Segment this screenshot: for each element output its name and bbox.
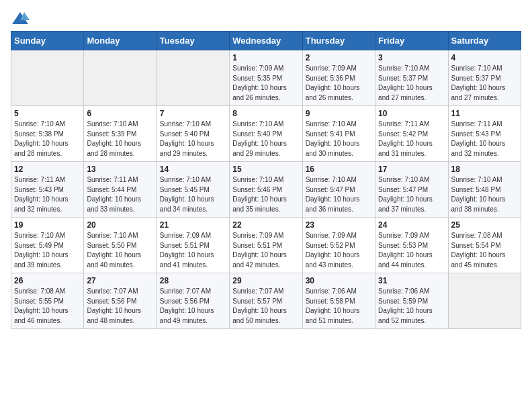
day-detail: Sunrise: 7:09 AMSunset: 5:35 PMDaylight:… bbox=[232, 64, 299, 103]
day-number: 23 bbox=[306, 220, 372, 230]
header-day-wednesday: Wednesday bbox=[230, 32, 302, 50]
day-number: 8 bbox=[232, 109, 299, 118]
calendar-cell: 17Sunrise: 7:10 AMSunset: 5:47 PMDayligh… bbox=[375, 162, 448, 218]
calendar-cell: 8Sunrise: 7:10 AMSunset: 5:40 PMDaylight… bbox=[230, 106, 302, 162]
calendar-cell: 31Sunrise: 7:06 AMSunset: 5:59 PMDayligh… bbox=[375, 273, 448, 329]
day-detail: Sunrise: 7:10 AMSunset: 5:37 PMDaylight:… bbox=[451, 64, 518, 103]
day-number: 30 bbox=[306, 276, 372, 285]
calendar-cell: 22Sunrise: 7:09 AMSunset: 5:51 PMDayligh… bbox=[230, 218, 302, 273]
day-number: 13 bbox=[87, 165, 153, 174]
calendar-cell: 20Sunrise: 7:10 AMSunset: 5:50 PMDayligh… bbox=[84, 218, 157, 273]
calendar-cell: 3Sunrise: 7:10 AMSunset: 5:37 PMDaylight… bbox=[375, 50, 448, 106]
day-number: 5 bbox=[14, 109, 81, 118]
calendar-week-1: 1Sunrise: 7:09 AMSunset: 5:35 PMDaylight… bbox=[11, 50, 521, 106]
calendar-cell: 12Sunrise: 7:11 AMSunset: 5:43 PMDayligh… bbox=[11, 162, 84, 218]
calendar-cell bbox=[157, 50, 229, 106]
day-number: 21 bbox=[160, 220, 226, 230]
day-detail: Sunrise: 7:11 AMSunset: 5:43 PMDaylight:… bbox=[14, 175, 81, 214]
day-detail: Sunrise: 7:11 AMSunset: 5:44 PMDaylight:… bbox=[87, 175, 153, 214]
day-detail: Sunrise: 7:10 AMSunset: 5:38 PMDaylight:… bbox=[14, 120, 81, 158]
calendar-week-2: 5Sunrise: 7:10 AMSunset: 5:38 PMDaylight… bbox=[11, 106, 521, 162]
calendar-cell: 16Sunrise: 7:10 AMSunset: 5:47 PMDayligh… bbox=[302, 162, 375, 218]
calendar-cell: 10Sunrise: 7:11 AMSunset: 5:42 PMDayligh… bbox=[375, 106, 448, 162]
day-number: 12 bbox=[14, 165, 81, 174]
day-number: 19 bbox=[14, 220, 81, 230]
day-number: 17 bbox=[378, 165, 445, 174]
day-number: 3 bbox=[378, 53, 445, 62]
day-detail: Sunrise: 7:08 AMSunset: 5:55 PMDaylight:… bbox=[14, 287, 81, 326]
header-day-monday: Monday bbox=[84, 32, 157, 50]
calendar-week-3: 12Sunrise: 7:11 AMSunset: 5:43 PMDayligh… bbox=[11, 162, 521, 218]
calendar-cell: 7Sunrise: 7:10 AMSunset: 5:40 PMDaylight… bbox=[157, 106, 229, 162]
calendar-cell bbox=[448, 273, 521, 329]
day-detail: Sunrise: 7:07 AMSunset: 5:56 PMDaylight:… bbox=[87, 287, 153, 326]
day-detail: Sunrise: 7:10 AMSunset: 5:39 PMDaylight:… bbox=[87, 120, 153, 158]
day-detail: Sunrise: 7:09 AMSunset: 5:51 PMDaylight:… bbox=[232, 231, 299, 270]
logo bbox=[11, 11, 32, 26]
calendar-cell: 29Sunrise: 7:07 AMSunset: 5:57 PMDayligh… bbox=[230, 273, 302, 329]
calendar-week-5: 26Sunrise: 7:08 AMSunset: 5:55 PMDayligh… bbox=[11, 273, 521, 329]
day-number: 15 bbox=[232, 165, 299, 174]
day-number: 10 bbox=[378, 109, 445, 118]
day-detail: Sunrise: 7:10 AMSunset: 5:40 PMDaylight:… bbox=[232, 120, 299, 158]
calendar-cell: 26Sunrise: 7:08 AMSunset: 5:55 PMDayligh… bbox=[11, 273, 84, 329]
day-number: 4 bbox=[451, 53, 518, 62]
day-number: 26 bbox=[14, 276, 81, 285]
day-number: 16 bbox=[306, 165, 372, 174]
day-detail: Sunrise: 7:10 AMSunset: 5:49 PMDaylight:… bbox=[14, 231, 81, 270]
day-detail: Sunrise: 7:10 AMSunset: 5:37 PMDaylight:… bbox=[378, 64, 445, 103]
calendar-cell: 6Sunrise: 7:10 AMSunset: 5:39 PMDaylight… bbox=[84, 106, 157, 162]
day-number: 14 bbox=[160, 165, 226, 174]
day-detail: Sunrise: 7:10 AMSunset: 5:40 PMDaylight:… bbox=[160, 120, 226, 158]
calendar-cell: 23Sunrise: 7:09 AMSunset: 5:52 PMDayligh… bbox=[302, 218, 375, 273]
header-day-thursday: Thursday bbox=[302, 32, 375, 50]
calendar-cell: 2Sunrise: 7:09 AMSunset: 5:36 PMDaylight… bbox=[302, 50, 375, 106]
day-number: 28 bbox=[160, 276, 226, 285]
logo-icon bbox=[11, 11, 30, 26]
calendar-cell: 24Sunrise: 7:09 AMSunset: 5:53 PMDayligh… bbox=[375, 218, 448, 273]
calendar-cell: 9Sunrise: 7:10 AMSunset: 5:41 PMDaylight… bbox=[302, 106, 375, 162]
calendar-cell: 4Sunrise: 7:10 AMSunset: 5:37 PMDaylight… bbox=[448, 50, 521, 106]
header bbox=[11, 11, 521, 26]
day-number: 24 bbox=[378, 220, 445, 230]
day-detail: Sunrise: 7:09 AMSunset: 5:36 PMDaylight:… bbox=[306, 64, 372, 103]
calendar-cell: 15Sunrise: 7:10 AMSunset: 5:46 PMDayligh… bbox=[230, 162, 302, 218]
day-number: 20 bbox=[87, 220, 153, 230]
calendar-cell: 19Sunrise: 7:10 AMSunset: 5:49 PMDayligh… bbox=[11, 218, 84, 273]
day-number: 25 bbox=[451, 220, 518, 230]
day-number: 9 bbox=[306, 109, 372, 118]
day-detail: Sunrise: 7:10 AMSunset: 5:46 PMDaylight:… bbox=[232, 175, 299, 214]
day-number: 11 bbox=[451, 109, 518, 118]
day-detail: Sunrise: 7:10 AMSunset: 5:50 PMDaylight:… bbox=[87, 231, 153, 270]
day-detail: Sunrise: 7:08 AMSunset: 5:54 PMDaylight:… bbox=[451, 231, 518, 270]
day-number: 18 bbox=[451, 165, 518, 174]
day-number: 22 bbox=[232, 220, 299, 230]
calendar-cell: 18Sunrise: 7:10 AMSunset: 5:48 PMDayligh… bbox=[448, 162, 521, 218]
day-number: 29 bbox=[232, 276, 299, 285]
day-detail: Sunrise: 7:10 AMSunset: 5:47 PMDaylight:… bbox=[378, 175, 445, 214]
day-detail: Sunrise: 7:07 AMSunset: 5:57 PMDaylight:… bbox=[232, 287, 299, 326]
calendar-week-4: 19Sunrise: 7:10 AMSunset: 5:49 PMDayligh… bbox=[11, 218, 521, 273]
header-day-friday: Friday bbox=[375, 32, 448, 50]
calendar-cell: 1Sunrise: 7:09 AMSunset: 5:35 PMDaylight… bbox=[230, 50, 302, 106]
header-day-tuesday: Tuesday bbox=[157, 32, 229, 50]
calendar-cell: 28Sunrise: 7:07 AMSunset: 5:56 PMDayligh… bbox=[157, 273, 229, 329]
calendar-header-row: SundayMondayTuesdayWednesdayThursdayFrid… bbox=[11, 32, 521, 50]
day-detail: Sunrise: 7:07 AMSunset: 5:56 PMDaylight:… bbox=[160, 287, 226, 326]
day-detail: Sunrise: 7:11 AMSunset: 5:43 PMDaylight:… bbox=[451, 120, 518, 158]
day-detail: Sunrise: 7:10 AMSunset: 5:41 PMDaylight:… bbox=[306, 120, 372, 158]
day-detail: Sunrise: 7:10 AMSunset: 5:47 PMDaylight:… bbox=[306, 175, 372, 214]
calendar-cell: 11Sunrise: 7:11 AMSunset: 5:43 PMDayligh… bbox=[448, 106, 521, 162]
day-number: 2 bbox=[306, 53, 372, 62]
day-detail: Sunrise: 7:09 AMSunset: 5:52 PMDaylight:… bbox=[306, 231, 372, 270]
calendar-table: SundayMondayTuesdayWednesdayThursdayFrid… bbox=[11, 31, 521, 329]
header-day-sunday: Sunday bbox=[11, 32, 84, 50]
calendar-cell: 30Sunrise: 7:06 AMSunset: 5:58 PMDayligh… bbox=[302, 273, 375, 329]
calendar-cell: 25Sunrise: 7:08 AMSunset: 5:54 PMDayligh… bbox=[448, 218, 521, 273]
day-detail: Sunrise: 7:09 AMSunset: 5:53 PMDaylight:… bbox=[378, 231, 445, 270]
day-detail: Sunrise: 7:11 AMSunset: 5:42 PMDaylight:… bbox=[378, 120, 445, 158]
day-detail: Sunrise: 7:06 AMSunset: 5:59 PMDaylight:… bbox=[378, 287, 445, 326]
day-detail: Sunrise: 7:10 AMSunset: 5:48 PMDaylight:… bbox=[451, 175, 518, 214]
header-day-saturday: Saturday bbox=[448, 32, 521, 50]
calendar-cell: 27Sunrise: 7:07 AMSunset: 5:56 PMDayligh… bbox=[84, 273, 157, 329]
